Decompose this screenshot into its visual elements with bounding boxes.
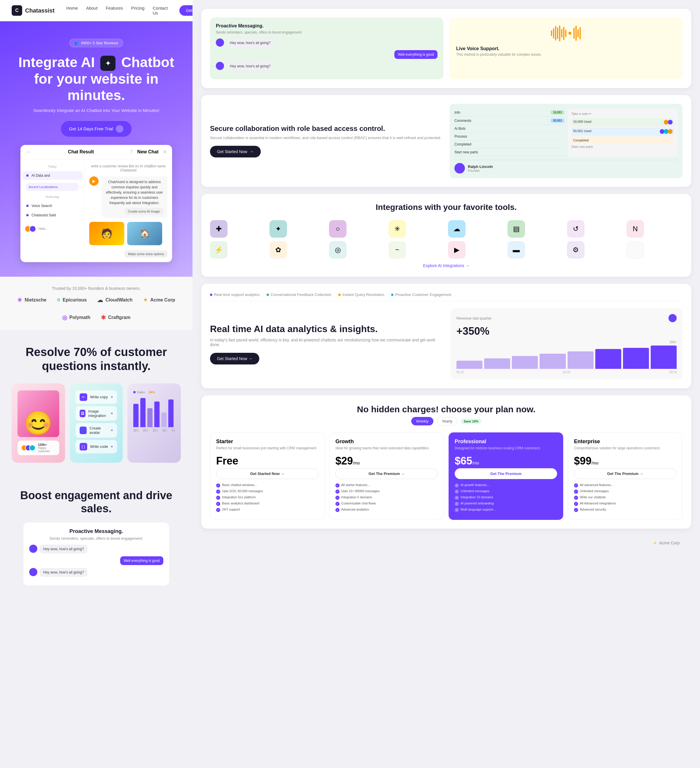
chat-close-button[interactable]: × <box>163 149 166 155</box>
right-chat-1: Hey wow, how's all going? <box>216 38 437 47</box>
feature-code[interactable]: { } Write code + <box>75 440 117 453</box>
logo-nietzsche: ✳ Nietzsche <box>17 296 46 304</box>
plan-professional-desc: Designed for midsize business scaling CR… <box>455 446 557 451</box>
bubble-icon: ▶ <box>89 176 99 186</box>
integration-1[interactable]: ✚ <box>210 220 227 238</box>
chat-item-voice[interactable]: Voice Search <box>22 202 83 210</box>
integration-3[interactable]: ○ <box>329 220 346 238</box>
chat-item-chatassist[interactable]: Chatassist Said <box>22 211 83 219</box>
analytics-cta-button[interactable]: Get Started Now → <box>210 353 259 365</box>
chat-images: 🧑 🏠 <box>89 222 167 245</box>
code-icon: { } <box>80 443 87 451</box>
integration-9[interactable]: ⚡ <box>210 241 227 259</box>
person-label: Happy customer <box>38 446 56 453</box>
boost-section: Boost engagement and drive sales. Proact… <box>0 474 192 597</box>
chat-avatar-3 <box>29 568 37 576</box>
bar-5 <box>161 413 167 427</box>
chat-bubble-1: Hey wow, how's all going? <box>40 545 88 554</box>
chat-back-button[interactable]: ← <box>26 149 32 155</box>
nav-contact[interactable]: Contact Us <box>152 6 168 16</box>
chat-demo-header: ← Chat Result ⤴ New Chat × <box>21 145 172 160</box>
explore-integrations-button[interactable]: Explore AI Integrations → <box>423 263 469 268</box>
secure-sub: Secure collaboration is essential in mod… <box>210 136 443 140</box>
integration-6[interactable]: ▤ <box>508 220 525 238</box>
feature-avatar[interactable]: 👤 Create avatar + <box>75 423 117 438</box>
plan-starter: Starter Perfect for small businesses jus… <box>210 432 325 520</box>
right-avatar-1 <box>216 38 224 46</box>
arrow-icon: → <box>250 149 254 154</box>
hero-subtitle: Seamlessly Integrate an AI Chatbot into … <box>12 108 181 113</box>
chart-percent: 34% <box>149 390 155 394</box>
integration-10[interactable]: ✿ <box>269 241 287 259</box>
starter-feature-3: ✓Integration 5x1 platform <box>216 495 319 500</box>
integration-8[interactable]: N <box>626 220 644 238</box>
right-bubble-1: Hey wow, how's all going? <box>226 38 274 47</box>
enterprise-feature-2: ✓Unlimited messages <box>574 489 676 494</box>
a-bar-8 <box>651 346 677 369</box>
integration-2[interactable]: ✦ <box>269 220 287 238</box>
logo[interactable]: C Chatassist <box>12 5 54 16</box>
right-avatar-3 <box>216 62 224 70</box>
a-bar-7 <box>623 348 649 369</box>
pricing-grid: Starter Perfect for small businesses jus… <box>210 432 682 520</box>
integration-15[interactable]: ⚙ <box>567 241 585 259</box>
nav-home[interactable]: Home <box>66 6 78 16</box>
user-role: Founder <box>468 169 493 172</box>
feature-write-copy[interactable]: ✏ Write copy + <box>75 390 117 404</box>
integration-13[interactable]: ▶ <box>448 241 466 259</box>
plan-starter-price: Free <box>216 455 319 467</box>
integration-12[interactable]: ~ <box>389 241 406 259</box>
chat-item-ai[interactable]: AI Data and <box>22 171 83 180</box>
person-count: 120k+ <box>38 443 56 446</box>
task-in-progress: Take a note ✏ <box>571 112 674 116</box>
vbar-10 <box>575 26 577 41</box>
feature-image-integration[interactable]: 🖼 Image integration + <box>75 406 117 421</box>
bar-2 <box>140 398 146 427</box>
right-column: Proactive Messaging. Sends reminders, sp… <box>192 0 700 597</box>
tab-feedback[interactable]: Conversational Feedback Collection <box>267 293 332 297</box>
integration-5[interactable]: ☁ <box>448 220 466 238</box>
user-name: Ralph Lincoln <box>468 165 493 169</box>
acme-icon: ✦ <box>143 296 148 304</box>
plan-professional-name: Professional <box>455 438 557 445</box>
vbar-11 <box>578 29 579 37</box>
tab-query[interactable]: Instant Query Resolution <box>338 293 384 297</box>
starter-feature-4: ✓Basic analytics dashboard <box>216 501 319 506</box>
more-options-btn[interactable]: Make some extra options <box>125 250 167 258</box>
proactive-mini-sub: Sends reminders, specials, offers to boo… <box>29 536 163 541</box>
nav-features[interactable]: Features <box>106 6 123 16</box>
tab-realtime[interactable]: Real time support analytics <box>210 293 259 297</box>
nav-pricing[interactable]: Pricing <box>131 6 145 16</box>
resolve-card-features: ✏ Write copy + 🖼 Image integration + <box>70 383 123 463</box>
starter-feature-5: ✓24/7 support <box>216 508 319 512</box>
create-image-btn[interactable]: Create some AI Image <box>125 208 163 215</box>
tab-proactive[interactable]: Proactive Customer Engagement <box>391 293 451 297</box>
chat-share-icon[interactable]: ⤴ <box>130 149 133 155</box>
integration-14[interactable]: ▬ <box>508 241 525 259</box>
integration-empty <box>626 241 644 259</box>
plan-professional-price: $65/mo <box>455 455 557 467</box>
plan-starter-cta[interactable]: Get Started Now → <box>216 468 319 479</box>
chat-msg-3: Hey wow, how's all going? <box>29 568 163 577</box>
task-comments-badge: 50,001 <box>551 118 564 123</box>
hero-cta-button[interactable]: Get 14 Days Free Trial <box>61 121 132 137</box>
secure-cta-button[interactable]: Get Started Now → <box>210 146 261 157</box>
task-row-4: Start new parts <box>571 145 674 149</box>
chat-item-accent[interactable]: Accent Localizations <box>22 181 83 193</box>
plan-professional-cta[interactable]: Get The Premium <box>455 468 557 479</box>
integration-7[interactable]: ↺ <box>567 220 585 238</box>
chat-body: Today AI Data and Accent Localizations Y… <box>21 160 172 262</box>
plan-growth-price: $29/mo <box>335 455 438 467</box>
chat-bubble-3: Hey wow, how's all going? <box>40 568 88 577</box>
integration-11[interactable]: ◎ <box>329 241 346 259</box>
plan-enterprise-cta[interactable]: Get The Premium → <box>574 468 676 479</box>
integration-4[interactable]: ✳ <box>389 220 406 238</box>
trusted-logos: ✳ Nietzsche ≡ Epicurious ☁ CloudWatch ✦ … <box>12 296 181 321</box>
right-chat-3: Hey wow, how's all going? <box>216 62 437 70</box>
chart-legend: Sales 34% <box>133 390 175 394</box>
vbar-7 <box>563 27 564 40</box>
toggle-yearly[interactable]: Yearly <box>437 417 457 426</box>
nav-about[interactable]: About <box>86 6 98 16</box>
plan-growth-cta[interactable]: Get The Premium → <box>335 468 438 479</box>
toggle-weekly[interactable]: Weekly <box>411 417 433 426</box>
